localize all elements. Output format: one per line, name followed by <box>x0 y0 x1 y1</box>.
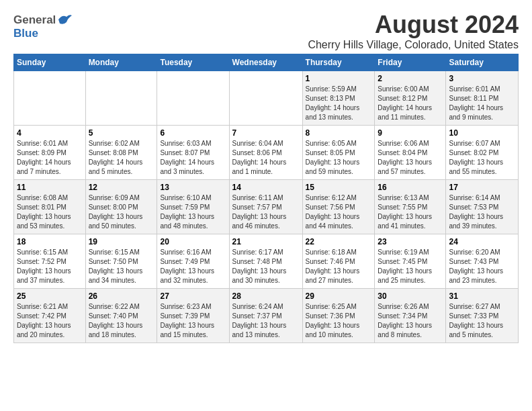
day-info: Sunrise: 6:17 AMSunset: 7:48 PMDaylight:… <box>232 248 300 285</box>
day-cell: 3Sunrise: 6:01 AMSunset: 8:11 PMDaylight… <box>446 71 519 126</box>
day-number: 8 <box>306 128 372 138</box>
day-number: 12 <box>89 183 154 192</box>
day-number: 11 <box>17 183 83 192</box>
day-info: Sunrise: 6:20 AMSunset: 7:43 PMDaylight:… <box>449 248 515 285</box>
day-info: Sunrise: 6:12 AMSunset: 7:56 PMDaylight:… <box>306 193 372 231</box>
logo-general: General <box>13 13 56 27</box>
day-info: Sunrise: 6:06 AMSunset: 8:04 PMDaylight:… <box>378 139 443 177</box>
day-info: Sunrise: 6:25 AMSunset: 7:36 PMDaylight:… <box>306 302 372 340</box>
day-info: Sunrise: 6:15 AMSunset: 7:50 PMDaylight:… <box>89 248 154 285</box>
day-cell: 7Sunrise: 6:04 AMSunset: 8:06 PMDaylight… <box>229 126 302 180</box>
day-cell: 23Sunrise: 6:19 AMSunset: 7:45 PMDayligh… <box>375 234 446 289</box>
day-info: Sunrise: 6:14 AMSunset: 7:53 PMDaylight:… <box>449 193 515 231</box>
day-info: Sunrise: 6:26 AMSunset: 7:34 PMDaylight:… <box>378 302 443 340</box>
day-number: 4 <box>17 128 83 138</box>
day-cell <box>229 71 302 126</box>
day-cell <box>14 71 86 126</box>
day-info: Sunrise: 6:07 AMSunset: 8:02 PMDaylight:… <box>449 139 515 177</box>
day-info: Sunrise: 6:23 AMSunset: 7:39 PMDaylight:… <box>160 302 226 340</box>
day-number: 17 <box>449 183 515 192</box>
day-number: 25 <box>17 291 83 301</box>
col-thursday: Thursday <box>302 54 375 71</box>
day-number: 19 <box>89 237 154 246</box>
week-row-2: 4Sunrise: 6:01 AMSunset: 8:09 PMDaylight… <box>14 126 519 180</box>
col-friday: Friday <box>375 54 446 71</box>
day-cell: 13Sunrise: 6:10 AMSunset: 7:59 PMDayligh… <box>157 180 229 234</box>
day-cell: 28Sunrise: 6:24 AMSunset: 7:37 PMDayligh… <box>229 289 302 343</box>
day-cell: 15Sunrise: 6:12 AMSunset: 7:56 PMDayligh… <box>302 180 375 234</box>
day-info: Sunrise: 6:27 AMSunset: 7:33 PMDaylight:… <box>449 302 515 340</box>
day-cell: 6Sunrise: 6:03 AMSunset: 8:07 PMDaylight… <box>157 126 229 180</box>
day-cell: 8Sunrise: 6:05 AMSunset: 8:05 PMDaylight… <box>302 126 375 180</box>
day-cell <box>157 71 229 126</box>
day-cell: 17Sunrise: 6:14 AMSunset: 7:53 PMDayligh… <box>446 180 519 234</box>
day-cell: 19Sunrise: 6:15 AMSunset: 7:50 PMDayligh… <box>85 234 157 289</box>
day-cell: 16Sunrise: 6:13 AMSunset: 7:55 PMDayligh… <box>375 180 446 234</box>
day-number: 1 <box>306 74 372 83</box>
day-cell: 10Sunrise: 6:07 AMSunset: 8:02 PMDayligh… <box>446 126 519 180</box>
day-info: Sunrise: 6:22 AMSunset: 7:40 PMDaylight:… <box>89 302 154 340</box>
logo-blue: Blue <box>13 27 38 40</box>
main-title: August 2024 <box>308 11 519 39</box>
day-number: 10 <box>449 128 515 138</box>
day-info: Sunrise: 6:10 AMSunset: 7:59 PMDaylight:… <box>160 193 226 231</box>
day-number: 26 <box>89 291 154 301</box>
col-sunday: Sunday <box>14 54 86 71</box>
day-number: 29 <box>306 291 372 301</box>
day-cell: 30Sunrise: 6:26 AMSunset: 7:34 PMDayligh… <box>375 289 446 343</box>
title-area: August 2024 Cherry Hills Village, Colora… <box>308 11 519 51</box>
day-number: 7 <box>232 128 300 138</box>
day-info: Sunrise: 6:24 AMSunset: 7:37 PMDaylight:… <box>232 302 300 340</box>
day-info: Sunrise: 6:15 AMSunset: 7:52 PMDaylight:… <box>17 248 83 285</box>
day-info: Sunrise: 6:00 AMSunset: 8:12 PMDaylight:… <box>378 85 443 122</box>
day-cell: 14Sunrise: 6:11 AMSunset: 7:57 PMDayligh… <box>229 180 302 234</box>
day-info: Sunrise: 6:02 AMSunset: 8:08 PMDaylight:… <box>89 139 154 177</box>
day-cell: 20Sunrise: 6:16 AMSunset: 7:49 PMDayligh… <box>157 234 229 289</box>
day-cell: 1Sunrise: 5:59 AMSunset: 8:13 PMDaylight… <box>302 71 375 126</box>
day-cell: 25Sunrise: 6:21 AMSunset: 7:42 PMDayligh… <box>14 289 86 343</box>
day-number: 18 <box>17 237 83 246</box>
day-number: 23 <box>378 237 443 246</box>
week-row-4: 18Sunrise: 6:15 AMSunset: 7:52 PMDayligh… <box>14 234 519 289</box>
day-cell: 18Sunrise: 6:15 AMSunset: 7:52 PMDayligh… <box>14 234 86 289</box>
day-cell: 26Sunrise: 6:22 AMSunset: 7:40 PMDayligh… <box>85 289 157 343</box>
day-number: 27 <box>160 291 226 301</box>
day-cell: 4Sunrise: 6:01 AMSunset: 8:09 PMDaylight… <box>14 126 86 180</box>
day-cell: 22Sunrise: 6:18 AMSunset: 7:46 PMDayligh… <box>302 234 375 289</box>
subtitle: Cherry Hills Village, Colorado, United S… <box>308 39 519 51</box>
day-info: Sunrise: 6:01 AMSunset: 8:11 PMDaylight:… <box>449 85 515 122</box>
day-number: 14 <box>232 183 300 192</box>
week-row-3: 11Sunrise: 6:08 AMSunset: 8:01 PMDayligh… <box>14 180 519 234</box>
day-number: 24 <box>449 237 515 246</box>
day-cell: 21Sunrise: 6:17 AMSunset: 7:48 PMDayligh… <box>229 234 302 289</box>
day-number: 5 <box>89 128 154 138</box>
day-info: Sunrise: 6:01 AMSunset: 8:09 PMDaylight:… <box>17 139 83 177</box>
day-info: Sunrise: 6:21 AMSunset: 7:42 PMDaylight:… <box>17 302 83 340</box>
day-info: Sunrise: 6:18 AMSunset: 7:46 PMDaylight:… <box>306 248 372 285</box>
day-info: Sunrise: 6:16 AMSunset: 7:49 PMDaylight:… <box>160 248 226 285</box>
day-number: 21 <box>232 237 300 246</box>
logo-bird-icon <box>57 13 72 25</box>
col-tuesday: Tuesday <box>157 54 229 71</box>
day-info: Sunrise: 6:19 AMSunset: 7:45 PMDaylight:… <box>378 248 443 285</box>
col-saturday: Saturday <box>446 54 519 71</box>
day-number: 22 <box>306 237 372 246</box>
day-info: Sunrise: 6:08 AMSunset: 8:01 PMDaylight:… <box>17 193 83 231</box>
day-number: 3 <box>449 74 515 83</box>
day-cell: 12Sunrise: 6:09 AMSunset: 8:00 PMDayligh… <box>85 180 157 234</box>
day-number: 31 <box>449 291 515 301</box>
day-info: Sunrise: 6:13 AMSunset: 7:55 PMDaylight:… <box>378 193 443 231</box>
day-cell: 5Sunrise: 6:02 AMSunset: 8:08 PMDaylight… <box>85 126 157 180</box>
day-number: 13 <box>160 183 226 192</box>
col-wednesday: Wednesday <box>229 54 302 71</box>
day-number: 9 <box>378 128 443 138</box>
week-row-5: 25Sunrise: 6:21 AMSunset: 7:42 PMDayligh… <box>14 289 519 343</box>
day-cell: 11Sunrise: 6:08 AMSunset: 8:01 PMDayligh… <box>14 180 86 234</box>
day-cell: 29Sunrise: 6:25 AMSunset: 7:36 PMDayligh… <box>302 289 375 343</box>
day-number: 15 <box>306 183 372 192</box>
day-cell: 27Sunrise: 6:23 AMSunset: 7:39 PMDayligh… <box>157 289 229 343</box>
day-cell <box>85 71 157 126</box>
day-info: Sunrise: 6:03 AMSunset: 8:07 PMDaylight:… <box>160 139 226 177</box>
day-number: 28 <box>232 291 300 301</box>
day-info: Sunrise: 6:05 AMSunset: 8:05 PMDaylight:… <box>306 139 372 177</box>
